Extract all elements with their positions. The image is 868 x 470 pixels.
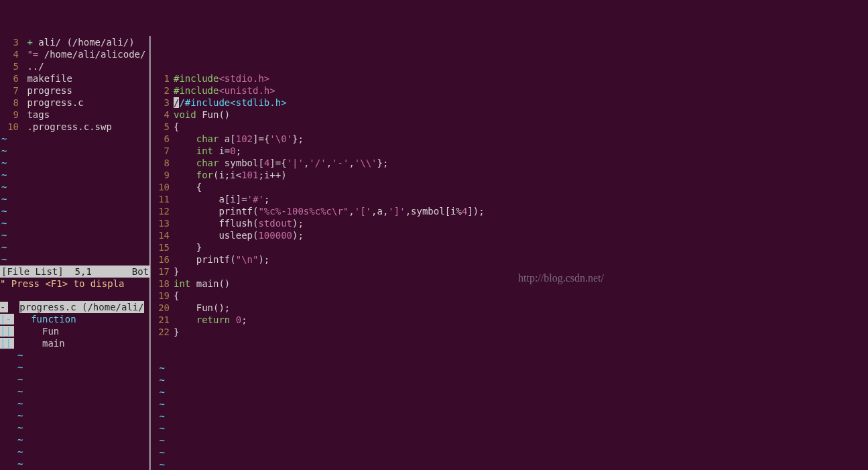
file-list-row[interactable]: 10 .progress.c.swp bbox=[0, 121, 150, 133]
empty-line: ~ bbox=[16, 458, 150, 470]
code-line[interactable]: 20 Fun(); bbox=[151, 302, 868, 314]
empty-line: ~ bbox=[0, 181, 150, 193]
empty-line: ~ bbox=[0, 145, 150, 157]
taglist-row[interactable]: || main bbox=[0, 337, 150, 349]
code-line[interactable]: 15 } bbox=[151, 241, 868, 253]
empty-line: ~ bbox=[151, 459, 868, 470]
line-number: 17 bbox=[151, 266, 174, 278]
code-text[interactable]: fflush(stdout); bbox=[174, 217, 304, 229]
code-pane[interactable]: 1 #include<stdio.h>2 #include<unistd.h>3… bbox=[151, 36, 868, 470]
code-line[interactable]: 6 char a[102]={'\0'}; bbox=[151, 133, 868, 145]
code-line[interactable]: 19 { bbox=[151, 290, 868, 302]
line-number: 8 bbox=[0, 97, 21, 109]
file-list-row[interactable]: 6 makefile bbox=[0, 72, 150, 84]
line-number: 14 bbox=[151, 229, 174, 241]
file-list-item[interactable]: ../ bbox=[21, 60, 44, 72]
file-list-row[interactable]: 3 + ali/ (/home/ali/) bbox=[0, 36, 150, 48]
code-line[interactable]: 3 //#include<stdlib.h> bbox=[151, 97, 868, 109]
line-number: 13 bbox=[151, 217, 174, 229]
line-number: 10 bbox=[0, 121, 21, 133]
code-text[interactable]: usleep(100000); bbox=[174, 229, 304, 241]
line-number: 5 bbox=[0, 60, 21, 72]
line-number: 6 bbox=[151, 133, 174, 145]
code-text[interactable]: int main() bbox=[174, 278, 230, 290]
code-text[interactable]: } bbox=[174, 266, 179, 278]
code-line[interactable]: 4 void Fun() bbox=[151, 109, 868, 121]
empty-line: ~ bbox=[151, 362, 868, 374]
code-text[interactable]: //#include<stdlib.h> bbox=[174, 97, 287, 109]
empty-line: ~ bbox=[151, 434, 868, 447]
line-number: 16 bbox=[151, 253, 174, 266]
empty-line: ~ bbox=[151, 398, 868, 410]
code-line[interactable]: 8 char symbol[4]={'|','/','-','\\'}; bbox=[151, 157, 868, 169]
taglist-row[interactable]: |- function bbox=[0, 313, 150, 325]
file-list-panel[interactable]: 3 + ali/ (/home/ali/)4 "= /home/ali/alic… bbox=[0, 36, 150, 133]
code-line[interactable]: 14 usleep(100000); bbox=[151, 229, 868, 241]
file-list-item[interactable]: tags bbox=[21, 109, 50, 121]
code-text[interactable]: char symbol[4]={'|','/','-','\\'}; bbox=[174, 157, 388, 169]
code-text[interactable]: { bbox=[174, 181, 202, 193]
file-list-row[interactable]: 8 progress.c bbox=[0, 97, 150, 109]
code-text[interactable]: } bbox=[174, 241, 202, 253]
line-number: 4 bbox=[151, 109, 174, 121]
file-list-item[interactable]: progress.c bbox=[21, 97, 84, 109]
vertical-split bbox=[149, 36, 150, 470]
file-list-row[interactable]: 7 progress bbox=[0, 84, 150, 97]
code-text[interactable]: a[i]='#'; bbox=[174, 193, 269, 205]
code-line[interactable]: 18 int main() bbox=[151, 278, 868, 290]
status-where: Bot bbox=[132, 266, 149, 278]
code-text[interactable]: { bbox=[174, 121, 179, 133]
file-list-item[interactable]: progress bbox=[21, 84, 72, 97]
empty-line: ~ bbox=[16, 398, 150, 410]
code-text[interactable]: { bbox=[174, 290, 179, 302]
watermark-text: http://blog.csdn.net/ bbox=[518, 272, 604, 284]
code-text[interactable]: Fun(); bbox=[174, 302, 230, 314]
code-text[interactable]: printf("\n"); bbox=[174, 253, 269, 266]
code-line[interactable]: 2 #include<unistd.h> bbox=[151, 84, 868, 97]
empty-line: ~ bbox=[0, 253, 150, 266]
code-text[interactable]: } bbox=[174, 326, 179, 338]
code-text[interactable]: #include<unistd.h> bbox=[174, 84, 275, 97]
code-line[interactable]: 16 printf("\n"); bbox=[151, 253, 868, 266]
code-line[interactable]: 1 #include<stdio.h> bbox=[151, 72, 868, 84]
empty-line: ~ bbox=[16, 361, 150, 373]
taglist-header: - progress.c (/home/ali/ bbox=[0, 301, 150, 313]
code-text[interactable]: printf("%c%-100s%c%c\r",'[',a,']',symbol… bbox=[174, 205, 485, 217]
file-list-row[interactable]: 4 "= /home/ali/alicode/ bbox=[0, 48, 150, 60]
file-list-item[interactable]: .progress.c.swp bbox=[21, 121, 112, 133]
line-number: 21 bbox=[151, 314, 174, 326]
file-list-item[interactable]: "= /home/ali/alicode/ bbox=[21, 48, 145, 60]
status-name: [File List] bbox=[1, 266, 64, 278]
code-text[interactable]: void Fun() bbox=[174, 109, 230, 121]
code-line[interactable]: 10 { bbox=[151, 181, 868, 193]
taglist-row[interactable]: || Fun bbox=[0, 325, 150, 337]
file-list-row[interactable]: 5 ../ bbox=[0, 60, 150, 72]
code-line[interactable]: 13 fflush(stdout); bbox=[151, 217, 868, 229]
code-line[interactable]: 21 return 0; bbox=[151, 314, 868, 326]
code-line[interactable]: 5 { bbox=[151, 121, 868, 133]
code-line[interactable]: 17 } bbox=[151, 266, 868, 278]
line-number: 8 bbox=[151, 157, 174, 169]
empty-line: ~ bbox=[16, 434, 150, 446]
code-text[interactable]: #include<stdio.h> bbox=[174, 72, 269, 84]
status-pos: 5,1 bbox=[75, 266, 92, 278]
code-line[interactable]: 11 a[i]='#'; bbox=[151, 193, 868, 205]
code-line[interactable]: 12 printf("%c%-100s%c%c\r",'[',a,']',sym… bbox=[151, 205, 868, 217]
file-list-item[interactable]: + ali/ (/home/ali/) bbox=[21, 36, 135, 48]
line-number: 11 bbox=[151, 193, 174, 205]
empty-line: ~ bbox=[151, 410, 868, 422]
code-text[interactable]: int i=0; bbox=[174, 145, 241, 157]
file-list-item[interactable]: makefile bbox=[21, 72, 72, 84]
empty-line: ~ bbox=[0, 193, 150, 205]
code-text[interactable]: char a[102]={'\0'}; bbox=[174, 133, 304, 145]
empty-line: ~ bbox=[16, 446, 150, 458]
empty-line: ~ bbox=[151, 422, 868, 434]
code-text[interactable]: return 0; bbox=[174, 314, 247, 326]
file-list-row[interactable]: 9 tags bbox=[0, 109, 150, 121]
code-line[interactable]: 9 for(i;i<101;i++) bbox=[151, 169, 868, 181]
taglist-panel[interactable]: - progress.c (/home/ali/|- function|| Fu… bbox=[0, 301, 150, 349]
code-line[interactable]: 22 } bbox=[151, 326, 868, 338]
code-text[interactable]: for(i;i<101;i++) bbox=[174, 169, 287, 181]
empty-line: ~ bbox=[16, 410, 150, 422]
code-line[interactable]: 7 int i=0; bbox=[151, 145, 868, 157]
